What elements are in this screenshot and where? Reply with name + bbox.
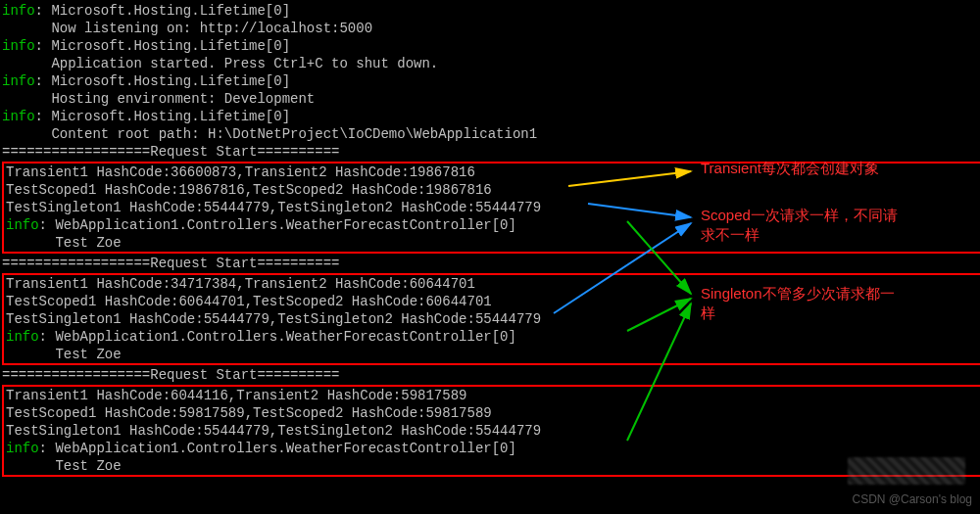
log-text: Now listening on: http://localhost:5000 (2, 21, 372, 36)
log-level-info: info (2, 38, 35, 54)
csdn-watermark: CSDN @Carson's blog (852, 491, 972, 508)
log-line: Content root path: H:\DotNetProject\IoCD… (2, 125, 980, 143)
annotation-text: Scoped一次请求一样，不同请 (701, 206, 898, 225)
log-text: Content root path: H:\DotNetProject\IoCD… (2, 126, 537, 142)
request-block-3: Transient1 HashCode:6044116,Transient2 H… (2, 385, 980, 477)
log-line: info: WebApplication1.Controllers.Weathe… (6, 440, 978, 457)
log-line: info: Microsoft.Hosting.Lifetime[0] (2, 72, 980, 90)
singleton-line: TestSingleton1 HashCode:55444779,TestSin… (6, 422, 978, 440)
log-line: info: Microsoft.Hosting.Lifetime[0] (2, 108, 980, 125)
log-text: : Microsoft.Hosting.Lifetime[0] (35, 38, 290, 54)
log-level-info: info (2, 73, 35, 89)
scoped-line: TestScoped1 HashCode:59817589,TestScoped… (6, 404, 978, 422)
log-line: Hosting environment: Development (2, 90, 980, 108)
log-text: : WebApplication1.Controllers.WeatherFor… (39, 329, 516, 345)
log-text: Application started. Press Ctrl+C to shu… (2, 56, 438, 71)
log-level-info: info (2, 109, 35, 124)
tail-line: Test Zoe (6, 346, 978, 363)
annotation-text: 样 (701, 304, 895, 323)
log-text: : Microsoft.Hosting.Lifetime[0] (35, 109, 290, 124)
log-level-info: info (6, 217, 39, 233)
log-line: info: Microsoft.Hosting.Lifetime[0] (2, 37, 980, 55)
annotation-scoped: Scoped一次请求一样，不同请 求不一样 (701, 206, 898, 245)
log-text: : WebApplication1.Controllers.WeatherFor… (39, 217, 516, 233)
tail-line: Test Zoe (6, 457, 978, 475)
log-level-info: info (6, 329, 39, 345)
annotation-text: Singleton不管多少次请求都一 (701, 284, 895, 304)
log-line: Now listening on: http://localhost:5000 (2, 20, 980, 37)
scoped-line: TestScoped1 HashCode:19867816,TestScoped… (6, 181, 978, 199)
annotation-transient: Transient每次都会创建对象 (701, 159, 879, 178)
log-text: : Microsoft.Hosting.Lifetime[0] (35, 73, 290, 89)
annotation-singleton: Singleton不管多少次请求都一 样 (701, 284, 895, 323)
log-line: info: WebApplication1.Controllers.Weathe… (6, 328, 978, 346)
wechat-qr-blur (848, 457, 965, 485)
log-line: info: Microsoft.Hosting.Lifetime[0] (2, 2, 980, 20)
request-separator: ==================Request Start=========… (2, 366, 980, 384)
log-text: : Microsoft.Hosting.Lifetime[0] (35, 3, 290, 19)
request-separator: ==================Request Start=========… (2, 255, 980, 272)
annotation-text: 求不一样 (701, 225, 898, 245)
log-line: Application started. Press Ctrl+C to shu… (2, 55, 980, 72)
transient-line: Transient1 HashCode:6044116,Transient2 H… (6, 387, 978, 404)
log-level-info: info (2, 3, 35, 19)
log-text: Hosting environment: Development (2, 91, 315, 107)
log-level-info: info (6, 441, 39, 456)
log-text: : WebApplication1.Controllers.WeatherFor… (39, 441, 516, 456)
